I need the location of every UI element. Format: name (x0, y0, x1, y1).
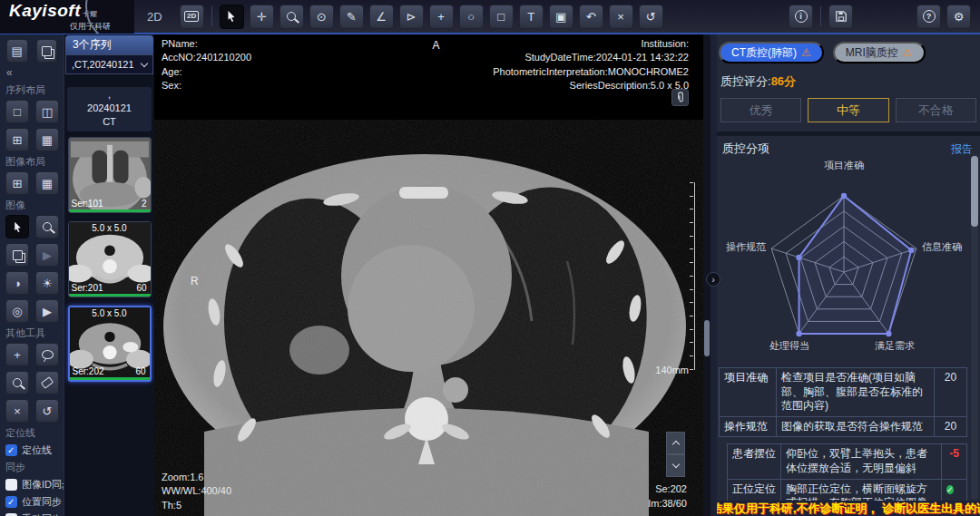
save-button[interactable] (828, 5, 853, 29)
reset-icon: ↺ (646, 11, 656, 23)
clipboard-button[interactable] (36, 39, 58, 63)
angle-tool-button[interactable]: ∠ (369, 5, 394, 29)
layout-2d-button[interactable]: 2D (180, 5, 204, 29)
delete-tool-button[interactable]: × (5, 399, 29, 423)
loaded-progress-bar (70, 377, 150, 380)
play-button[interactable]: ▶ (35, 299, 59, 323)
grade-excellent-button[interactable]: 优秀 (720, 98, 801, 122)
other-point-button[interactable]: + (5, 343, 29, 366)
pan-tool-button[interactable]: ✛ (250, 5, 274, 29)
probe-tool-button[interactable]: ⊳ (399, 5, 424, 29)
gear-icon: ⚙ (954, 11, 965, 23)
target-button[interactable]: ◎ (5, 299, 29, 323)
qc-breakdown-table: 项目准确 检查项目是否准确(项目如脑部、胸部、腹部是否在标准的范围内容) 20 … (719, 367, 967, 516)
tab-label: MRI脑质控 (846, 45, 898, 61)
app-window: Kayisoft卡耀 仅用于科研 2D 2D ✛ ⊙ ✎ ∠ ⊳ + ○ □ T… (0, 0, 980, 516)
grade-medium-button[interactable]: 中等 (808, 98, 888, 122)
slice-scrollbar-thumb[interactable] (704, 320, 710, 356)
text-tool-button[interactable]: T (519, 5, 544, 29)
window-level-tool-button[interactable]: ⊙ (309, 5, 334, 29)
ellipse-tool-button[interactable]: ○ (459, 5, 484, 29)
previous-slice-button[interactable] (666, 432, 685, 454)
image-copy-button[interactable] (5, 243, 29, 267)
plus-icon: + (437, 11, 445, 23)
section-image: 图像 (5, 199, 58, 212)
brand-cn: 卡耀 (83, 10, 97, 18)
cursor-tool-button[interactable] (220, 5, 244, 29)
series-thumbnail-201[interactable]: 5.0 x 5.0 Ser:201 60 (68, 221, 152, 297)
checkbox-localizer[interactable]: 定位线 (5, 443, 58, 457)
subcriterion-description: 仰卧位，双臂上举抱头，患者体位摆放合适，无明显偏斜 (780, 444, 941, 478)
thickness: Th:5 (162, 500, 181, 511)
brightness-button[interactable]: ☀ (35, 271, 59, 295)
help-button[interactable]: ? (916, 5, 941, 29)
next-slice-button[interactable] (666, 454, 685, 477)
series-thumbnail-101[interactable]: Ser:101 2 (68, 137, 152, 213)
toolbar-right-group: i ? ⚙ (786, 5, 980, 29)
series-layout-2x2-button[interactable]: ⊞ (5, 128, 29, 151)
checkbox-checked[interactable] (5, 496, 17, 508)
study-dropdown[interactable]: ,CT,20240121 (65, 54, 153, 74)
checkbox-position-sync[interactable]: 位置同步 (5, 495, 58, 509)
qc-score-value: 86分 (771, 74, 796, 88)
series-thumbnail-202-selected[interactable]: 5.0 x 5.0 Ser:202 60 (68, 306, 152, 382)
image-layout-grid-button[interactable]: ▦ (35, 171, 59, 195)
eraser-button[interactable] (35, 371, 59, 394)
image-cursor-button[interactable] (5, 215, 29, 239)
length-tool-button[interactable]: ✎ (339, 5, 364, 29)
subcriterion-name: 患者摆位 (728, 444, 780, 478)
window-width-level: WW/WL:400/40 (162, 485, 231, 496)
delete-annotation-button[interactable]: × (609, 5, 633, 29)
tab-mri-qc[interactable]: MRI脑质控⚠ (833, 42, 926, 63)
reset-button[interactable]: ↺ (639, 5, 663, 29)
annotation-display-button[interactable]: ▣ (549, 5, 573, 29)
rect-tool-button[interactable]: □ (489, 5, 514, 29)
series-layout-1x1-button[interactable]: □ (5, 100, 29, 123)
reset-icon: ↺ (43, 404, 53, 418)
series-count-header: 3个序列 (65, 35, 153, 54)
report-link[interactable]: 报告 (951, 141, 973, 157)
image-magnify-button[interactable] (35, 215, 59, 239)
rectangle-icon: □ (497, 11, 505, 23)
checkbox-image-id-sync[interactable]: 图像ID同步 (5, 478, 58, 492)
study-date: 20240121 (67, 102, 152, 115)
floppy-icon (835, 10, 848, 23)
tab-ct-qc[interactable]: CT质控(肺部)⚠ (719, 42, 824, 63)
loaded-progress-bar (69, 209, 151, 212)
series-image-overlay: Se:202 Im:38/60 (648, 482, 687, 511)
qc-score-line: 质控评分:86分 (717, 63, 980, 90)
checkbox-checked[interactable] (5, 444, 17, 456)
annotation-icon: ▣ (555, 11, 566, 23)
point-tool-button[interactable]: + (429, 5, 454, 29)
close-icon: × (617, 11, 624, 23)
check-circle-icon: ✓ (946, 485, 954, 494)
checkbox-unchecked[interactable] (5, 479, 17, 491)
table-row: 项目准确 检查项目是否准确(项目如脑部、胸部、腹部是否在标准的范围内容) 20 (720, 368, 966, 416)
settings-button[interactable]: ⚙ (946, 5, 971, 29)
invert-button[interactable]: ◑ (5, 271, 29, 295)
image-viewport[interactable]: PName: AccNO:2401210200 Age: Sex: Instit… (154, 34, 710, 516)
checkbox-manual-sync[interactable]: 手动同步 (5, 512, 58, 516)
cine-button[interactable]: ▶ (35, 243, 59, 267)
panel-scrollbar[interactable] (971, 154, 978, 500)
reset-tool-button[interactable]: ↺ (35, 399, 59, 423)
series-description: 5.0 x 5.0 (70, 308, 150, 318)
sidebar-collapse-button[interactable]: « (5, 65, 59, 80)
zoom-tool-button[interactable] (279, 5, 304, 29)
series-layout-1x2-button[interactable]: ◫ (35, 100, 59, 123)
disclaimer-marquee: 结果仅用于科研,不作诊断证明， 诊断以医生出具的诊断 (717, 501, 980, 516)
section-image-layout: 图像布局 (5, 155, 58, 169)
grade-fail-button[interactable]: 不合格 (896, 98, 976, 122)
series-layout-grid-button[interactable]: ▦ (35, 128, 59, 151)
comment-button[interactable] (35, 343, 59, 366)
search-annotation-button[interactable] (5, 371, 29, 394)
image-layout-2x2-button[interactable]: ⊞ (5, 171, 29, 195)
undo-button[interactable]: ↶ (579, 5, 603, 29)
panel-scrollbar-thumb[interactable] (971, 156, 978, 227)
attachment-button[interactable] (671, 89, 689, 106)
report-list-button[interactable]: ▤ (6, 39, 28, 63)
panel-expand-button[interactable]: › (706, 272, 720, 287)
disclaimer-text: 结果仅用于科研,不作诊断证明， 诊断以医生出具的诊断 (717, 501, 980, 516)
image-count: 2 (142, 199, 147, 209)
info-button[interactable]: i (789, 5, 813, 29)
